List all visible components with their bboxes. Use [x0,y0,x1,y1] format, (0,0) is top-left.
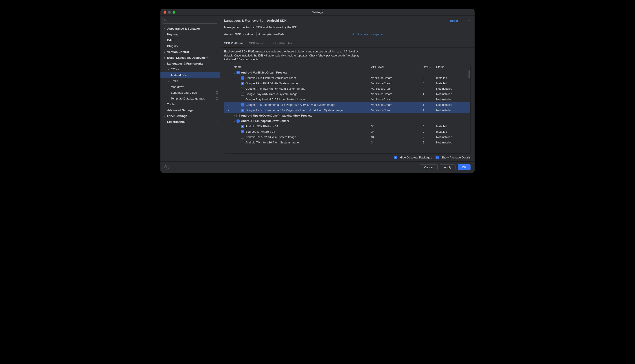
optimize-link[interactable]: Optimize disk space [357,32,383,36]
sidebar-item-editor[interactable]: ›Editor [160,37,220,43]
cancel-button[interactable]: Cancel [420,164,437,170]
row-name-cell: Google Play ARM 64 v8a System Image [232,92,369,97]
sidebar-item-build-execution-deployment[interactable]: ›Build, Execution, Deployment [160,55,220,60]
tab-sdk-platforms[interactable]: SDK Platforms [224,40,243,47]
sidebar-item-experimental[interactable]: Experimental [160,119,220,124]
checkbox-icon[interactable]: ✓ [241,82,244,85]
chevron-down-icon[interactable]: ⌄ [233,71,236,74]
sidebar-item-kotlin[interactable]: ›Kotlin [160,78,220,84]
col-api-header[interactable]: API Level [369,64,421,70]
group-name-label: Android UpsideDownCakePrivacySandbox Pre… [241,114,312,117]
sidebar-item-template-data-languages[interactable]: Template Data Languages [160,96,220,101]
checkbox-icon[interactable]: ✓ [241,109,244,112]
row-api-cell: VanillaIceCream [369,108,421,113]
table-row[interactable]: ✓Sources for Android 34342Installed [224,129,470,134]
row-status-cell: Installed [434,124,470,129]
sidebar-item-label: Kotlin [171,79,178,83]
table-group-row[interactable]: ⌄−Android 14.0 ("UpsideDownCake") [224,118,470,124]
chevron-right-icon: › [167,79,170,82]
sidebar-item-languages-frameworks[interactable]: ⌄Languages & Frameworks [160,60,220,66]
sidebar-item-markdown[interactable]: Markdown [160,84,220,90]
sidebar-item-keymap[interactable]: Keymap [160,32,220,37]
sidebar-item-schemas-and-dtds[interactable]: ›Schemas and DTDs [160,90,220,96]
chevron-right-icon [167,74,170,77]
sidebar-item-label: C/C++ [171,68,179,71]
chevron-right-icon: › [163,56,166,59]
table-row[interactable]: Google Play ARM 64 v8a System ImageVanil… [224,92,470,97]
checkbox-icon[interactable] [241,92,244,96]
checkbox-icon[interactable]: ✓ [241,130,244,133]
sidebar-item-appearance-behavior[interactable]: ›Appearance & Behavior [160,26,220,32]
sidebar-item-label: Version Control [167,50,189,54]
table-row[interactable]: ✓Google APIs Experimental 16k Page Size … [224,102,470,108]
checkbox-icon[interactable]: ✓ [241,125,244,128]
table-row[interactable]: ✓Google APIs ARM 64 v8a System ImageVani… [224,81,470,86]
sidebar-item-tools[interactable]: ›Tools [160,101,220,107]
sidebar-item-android-sdk[interactable]: Android SDK [160,72,220,78]
table-row[interactable]: Android TV Intel x86 Atom System Image34… [224,140,470,145]
chevron-right-icon: › [163,114,166,118]
chevron-right-icon [163,120,166,123]
row-rev-cell [421,118,434,124]
table-group-row[interactable]: ›Android UpsideDownCakePrivacySandbox Pr… [224,113,470,118]
sidebar-item-plugins[interactable]: Plugins [160,43,220,49]
checkbox-indeterminate-icon[interactable]: − [236,71,240,74]
table-row[interactable]: Google Play Intel x86_64 Atom System Ima… [224,97,470,102]
tab-sdk-tools[interactable]: SDK Tools [249,40,262,47]
chevron-down-icon[interactable]: ⌄ [233,120,236,122]
chevron-right-icon[interactable]: › [233,114,236,117]
row-icon-cell [224,140,232,145]
history-forward-icon[interactable]: → [467,19,471,22]
row-rev-cell: 1 [421,102,434,108]
row-icon-cell [224,81,232,86]
row-status-cell: Not installed [434,102,470,108]
checkbox-icon[interactable] [241,136,244,139]
checkbox-icon[interactable]: ✓ [241,103,244,106]
chevron-right-icon: › [163,38,166,42]
help-button[interactable]: ? [164,165,169,170]
checkbox-icon[interactable] [241,98,244,101]
row-status-cell: Not installed [434,140,470,145]
scrollbar[interactable] [469,70,470,78]
row-rev-cell: 4 [421,81,434,86]
table-row[interactable]: ✓Android SDK Platform 34343Installed [224,124,470,129]
sidebar-item-other-settings[interactable]: ›Other Settings [160,113,220,119]
sidebar-item-c-c-[interactable]: ›C/C++ [160,66,220,72]
table-group-row[interactable]: ⌄−Android VanillaIceCream Preview [224,70,470,75]
table-row[interactable]: Android TV ARM 64 v8a System Image342Not… [224,134,470,140]
checkbox-icon[interactable] [241,87,244,90]
options-row: ✓ Hide Obsolete Packages ✓ Show Package … [220,154,475,162]
table-body[interactable]: ⌄−Android VanillaIceCream Preview✓Androi… [224,70,470,154]
tab-sdk-update-sites[interactable]: SDK Update Sites [268,40,292,47]
ok-button[interactable]: OK [458,164,471,170]
row-rev-cell: 3 [421,124,434,129]
col-rev-header[interactable]: Revi... [421,64,434,70]
hide-obsolete-checkbox[interactable]: ✓ Hide Obsolete Packages [394,156,432,159]
settings-tree[interactable]: ›Appearance & BehaviorKeymap›EditorPlugi… [160,26,220,162]
history-back-icon[interactable]: ← [461,19,464,22]
item-name-label: Google APIs ARM 64 v8a System Image [245,82,298,85]
checkbox-icon[interactable] [236,114,240,117]
edit-link[interactable]: Edit [349,32,354,36]
checkbox-icon[interactable]: ✓ [241,76,244,80]
sidebar-item-version-control[interactable]: ›Version Control [160,49,220,55]
row-rev-cell: 2 [421,134,434,140]
table-row[interactable]: Google APIs Intel x86_64 Atom System Ima… [224,86,470,92]
row-rev-cell [421,113,434,118]
checkbox-indeterminate-icon[interactable]: − [236,120,240,122]
apply-button[interactable]: Apply [440,164,456,170]
row-name-cell: ✓Android SDK Platform VanillaIceCream [232,75,369,81]
group-name-label: Android 14.0 ("UpsideDownCake") [241,119,289,122]
reset-button[interactable]: Reset [450,19,458,22]
col-name-header[interactable]: Name [232,64,369,70]
col-status-header[interactable]: Status [434,64,470,70]
row-icon-cell [224,118,232,124]
table-row[interactable]: ✓Google APIs Experimental 16k Page Size … [224,108,470,113]
table-row[interactable]: ✓Android SDK Platform VanillaIceCreamVan… [224,75,470,81]
checkbox-icon[interactable] [241,141,244,144]
sdk-location-input[interactable] [256,31,346,37]
sidebar-item-advanced-settings[interactable]: Advanced Settings [160,107,220,113]
show-details-checkbox[interactable]: ✓ Show Package Details [436,156,471,159]
search-input[interactable] [162,18,218,24]
chevron-down-icon: ⌄ [163,62,166,65]
